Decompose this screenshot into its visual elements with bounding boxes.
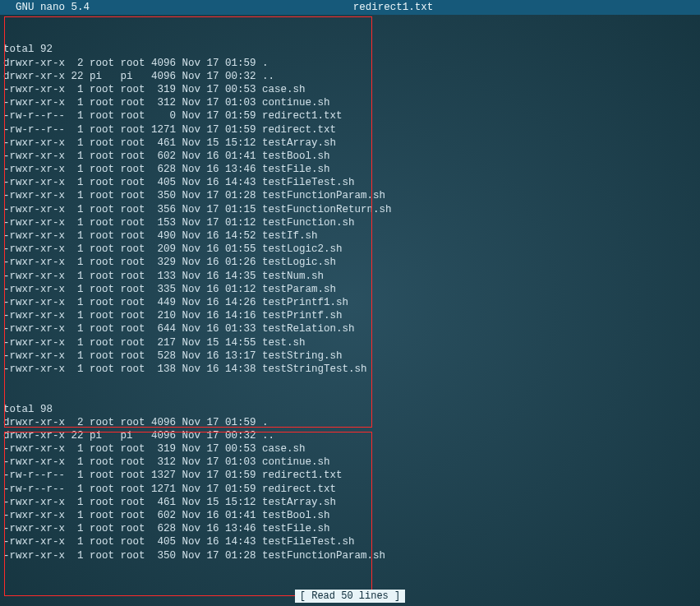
title-bar: GNU nano 5.4 redirect1.txt xyxy=(0,0,700,15)
file-row: -rwxr-xr-x 1 root root 217 Nov 15 14:55 … xyxy=(3,336,697,349)
file-row: -rwxr-xr-x 1 root root 628 Nov 16 13:46 … xyxy=(3,522,697,535)
file-row: -rwxr-xr-x 1 root root 312 Nov 17 01:03 … xyxy=(3,96,697,109)
file-row: drwxr-xr-x 2 root root 4096 Nov 17 01:59… xyxy=(3,57,697,70)
file-row: -rwxr-xr-x 1 root root 209 Nov 16 01:55 … xyxy=(3,243,697,256)
file-row: -rwxr-xr-x 1 root root 319 Nov 17 00:53 … xyxy=(3,442,697,456)
file-row: -rw-r--r-- 1 root root 1327 Nov 17 01:59… xyxy=(3,469,697,482)
file-row: -rwxr-xr-x 1 root root 133 Nov 16 14:35 … xyxy=(3,270,697,283)
file-row: drwxr-xr-x 22 pi pi 4096 Nov 17 00:32 .. xyxy=(3,70,697,83)
app-name: GNU nano 5.4 xyxy=(3,0,90,15)
file-row: -rwxr-xr-x 1 root root 350 Nov 17 01:28 … xyxy=(3,189,697,202)
file-row: -rw-r--r-- 1 root root 1271 Nov 17 01:59… xyxy=(3,123,697,136)
file-row: -rwxr-xr-x 1 root root 461 Nov 15 15:12 … xyxy=(3,136,697,150)
file-row: -rwxr-xr-x 1 root root 312 Nov 17 01:03 … xyxy=(3,456,697,469)
file-row: -rwxr-xr-x 1 root root 319 Nov 17 00:53 … xyxy=(3,83,697,96)
file-row: -rwxr-xr-x 1 root root 335 Nov 16 01:12 … xyxy=(3,283,697,296)
file-row: -rwxr-xr-x 1 root root 138 Nov 16 14:38 … xyxy=(3,363,697,376)
file-row: -rw-r--r-- 1 root root 0 Nov 17 01:59 re… xyxy=(3,109,697,123)
file-row: drwxr-xr-x 2 root root 4096 Nov 17 01:59… xyxy=(3,416,697,429)
file-row: -rwxr-xr-x 1 root root 528 Nov 16 13:17 … xyxy=(3,349,697,363)
file-row: -rwxr-xr-x 1 root root 405 Nov 16 14:43 … xyxy=(3,176,697,189)
file-row: -rwxr-xr-x 1 root root 449 Nov 16 14:26 … xyxy=(3,296,697,309)
file-row: -rwxr-xr-x 1 root root 210 Nov 16 14:16 … xyxy=(3,309,697,322)
total-line: total 98 xyxy=(3,403,697,416)
file-row: -rwxr-xr-x 1 root root 490 Nov 16 14:52 … xyxy=(3,229,697,243)
file-row: -rwxr-xr-x 1 root root 628 Nov 16 13:46 … xyxy=(3,163,697,176)
file-row: -rwxr-xr-x 1 root root 153 Nov 17 01:12 … xyxy=(3,216,697,229)
total-line: total 92 xyxy=(3,43,697,56)
file-row: -rw-r--r-- 1 root root 1271 Nov 17 01:59… xyxy=(3,483,697,496)
file-row: drwxr-xr-x 22 pi pi 4096 Nov 17 00:32 .. xyxy=(3,429,697,442)
listing-block-1: total 92drwxr-xr-x 2 root root 4096 Nov … xyxy=(3,43,697,376)
status-text: [ Read 50 lines ] xyxy=(295,590,405,603)
editor-content[interactable]: total 92drwxr-xr-x 2 root root 4096 Nov … xyxy=(0,15,700,576)
file-row: -rwxr-xr-x 1 root root 329 Nov 16 01:26 … xyxy=(3,256,697,269)
file-row: -rwxr-xr-x 1 root root 405 Nov 16 14:43 … xyxy=(3,535,697,548)
file-row: -rwxr-xr-x 1 root root 602 Nov 16 01:41 … xyxy=(3,150,697,163)
file-row: -rwxr-xr-x 1 root root 644 Nov 16 01:33 … xyxy=(3,322,697,335)
listing-block-2: total 98drwxr-xr-x 2 root root 4096 Nov … xyxy=(3,403,697,562)
file-row: -rwxr-xr-x 1 root root 602 Nov 16 01:41 … xyxy=(3,509,697,522)
file-row: -rwxr-xr-x 1 root root 461 Nov 15 15:12 … xyxy=(3,496,697,509)
file-row: -rwxr-xr-x 1 root root 350 Nov 17 01:28 … xyxy=(3,549,697,562)
filename: redirect1.txt xyxy=(353,0,434,15)
file-row: -rwxr-xr-x 1 root root 356 Nov 17 01:15 … xyxy=(3,203,697,216)
status-bar: [ Read 50 lines ] xyxy=(0,590,700,603)
